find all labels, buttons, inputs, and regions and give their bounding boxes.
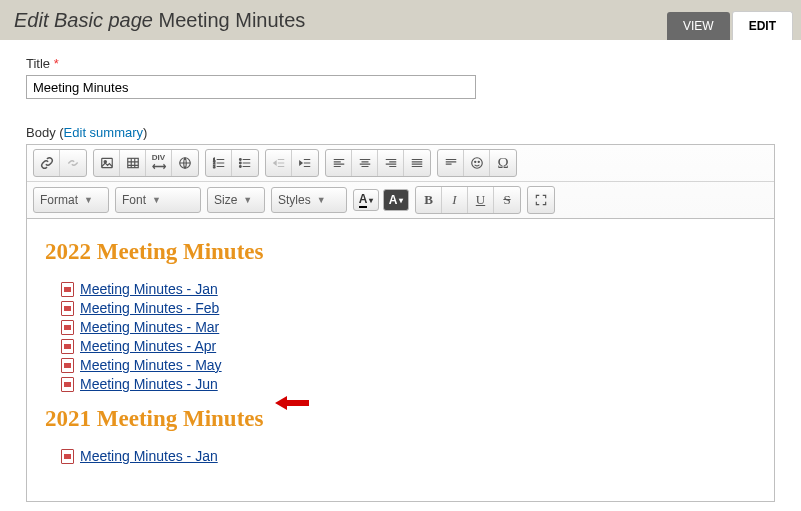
doc-link[interactable]: Meeting Minutes - May — [80, 357, 222, 373]
tab-edit[interactable]: EDIT — [732, 11, 793, 40]
maximize-icon[interactable] — [528, 187, 554, 213]
unlink-icon — [60, 150, 86, 176]
svg-text:3: 3 — [213, 165, 215, 169]
bold-button[interactable]: B — [416, 187, 442, 213]
link-icon[interactable] — [34, 150, 60, 176]
doc-list-2022: Meeting Minutes - Jan Meeting Minutes - … — [45, 281, 756, 392]
indent-icon[interactable] — [292, 150, 318, 176]
omega-icon[interactable]: Ω — [490, 150, 516, 176]
div-icon[interactable]: DIV⟷ — [146, 150, 172, 176]
list-item: Meeting Minutes - Mar — [61, 319, 756, 335]
svg-rect-2 — [127, 158, 138, 167]
italic-button[interactable]: I — [442, 187, 468, 213]
align-left-icon[interactable] — [326, 150, 352, 176]
body-label: Body (Edit summary) — [26, 125, 775, 140]
section-heading-2022[interactable]: 2022 Meeting Minutes — [45, 239, 756, 265]
tab-view[interactable]: VIEW — [667, 12, 730, 40]
format-dropdown[interactable]: Format▼ — [33, 187, 109, 213]
list-item: Meeting Minutes - Feb — [61, 300, 756, 316]
edit-summary-link[interactable]: Edit summary — [64, 125, 143, 140]
svg-point-9 — [239, 166, 241, 168]
svg-point-11 — [474, 161, 475, 162]
styles-dropdown[interactable]: Styles▼ — [271, 187, 347, 213]
content-area: Title * Body (Edit summary) — [0, 40, 801, 511]
doc-list-2021: Meeting Minutes - Jan — [45, 448, 756, 464]
pdf-icon — [61, 377, 74, 392]
list-item: Meeting Minutes - May — [61, 357, 756, 373]
underline-button[interactable]: U — [468, 187, 494, 213]
outdent-icon — [266, 150, 292, 176]
header-tabs: VIEW EDIT — [665, 11, 793, 40]
page-title-prefix: Edit Basic page — [14, 9, 153, 31]
globe-icon[interactable] — [172, 150, 198, 176]
svg-point-7 — [239, 159, 241, 161]
page-title-name: Meeting Minutes — [159, 9, 306, 31]
pdf-icon — [61, 301, 74, 316]
align-center-icon[interactable] — [352, 150, 378, 176]
svg-point-10 — [471, 158, 482, 169]
pdf-icon — [61, 282, 74, 297]
toolbar-row-2: Format▼ Font▼ Size▼ Styles▼ A▾ A▾ B I U … — [27, 181, 774, 218]
pdf-icon — [61, 320, 74, 335]
size-dropdown[interactable]: Size▼ — [207, 187, 265, 213]
ordered-list-icon[interactable]: 123 — [206, 150, 232, 176]
text-color-button[interactable]: A▾ — [353, 189, 379, 211]
pdf-icon — [61, 358, 74, 373]
doc-link[interactable]: Meeting Minutes - Mar — [80, 319, 219, 335]
doc-link[interactable]: Meeting Minutes - Apr — [80, 338, 216, 354]
wysiwyg-editor: DIV⟷ 123 — [26, 144, 775, 502]
list-item: Meeting Minutes - Jun — [61, 376, 756, 392]
pdf-icon — [61, 339, 74, 354]
list-item: Meeting Minutes - Jan — [61, 281, 756, 297]
toolbar-row-1: DIV⟷ 123 — [27, 145, 774, 181]
title-input[interactable] — [26, 75, 476, 99]
doc-link[interactable]: Meeting Minutes - Jan — [80, 448, 218, 464]
svg-point-12 — [478, 161, 479, 162]
unordered-list-icon[interactable] — [232, 150, 258, 176]
editor-canvas[interactable]: 2022 Meeting Minutes Meeting Minutes - J… — [27, 219, 774, 501]
paragraph-icon[interactable] — [438, 150, 464, 176]
title-label: Title * — [26, 56, 775, 71]
editor-canvas-wrap: 2022 Meeting Minutes Meeting Minutes - J… — [27, 218, 774, 501]
table-icon[interactable] — [120, 150, 146, 176]
svg-rect-0 — [101, 158, 112, 167]
doc-link[interactable]: Meeting Minutes - Feb — [80, 300, 219, 316]
page-header: Edit Basic page Meeting Minutes VIEW EDI… — [0, 0, 801, 40]
list-item: Meeting Minutes - Apr — [61, 338, 756, 354]
align-right-icon[interactable] — [378, 150, 404, 176]
section-heading-2021[interactable]: 2021 Meeting Minutes — [45, 406, 756, 432]
list-item: Meeting Minutes - Jan — [61, 448, 756, 464]
font-dropdown[interactable]: Font▼ — [115, 187, 201, 213]
svg-point-8 — [239, 162, 241, 164]
required-marker: * — [54, 56, 59, 71]
strike-button[interactable]: S — [494, 187, 520, 213]
doc-link[interactable]: Meeting Minutes - Jun — [80, 376, 218, 392]
smiley-icon[interactable] — [464, 150, 490, 176]
bg-color-button[interactable]: A▾ — [383, 189, 409, 211]
page-title: Edit Basic page Meeting Minutes — [14, 9, 305, 32]
align-justify-icon[interactable] — [404, 150, 430, 176]
doc-link[interactable]: Meeting Minutes - Jan — [80, 281, 218, 297]
image-icon[interactable] — [94, 150, 120, 176]
pdf-icon — [61, 449, 74, 464]
